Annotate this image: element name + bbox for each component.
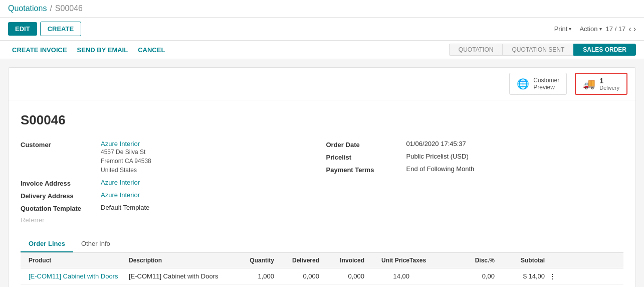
delivery-label: Delivery xyxy=(599,85,619,91)
card-body: S00046 Customer Azure Interior 4557 De S… xyxy=(9,100,635,287)
form-left: Customer Azure Interior 4557 De Silva St… xyxy=(21,140,318,228)
row-subtotal: $ 14,00 xyxy=(495,272,545,280)
form-grid: Customer Azure Interior 4557 De Silva St… xyxy=(21,140,623,228)
invoice-address-label: Invoice Address xyxy=(21,179,101,187)
col-actions xyxy=(545,257,560,264)
status-bar: QUOTATION QUOTATION SENT SALES ORDER xyxy=(449,44,636,56)
payment-terms-row: Payment Terms End of Following Month xyxy=(326,165,624,174)
invoice-address-value: Azure Interior xyxy=(101,179,140,186)
delivery-address-row: Delivery Address Azure Interior xyxy=(21,191,318,200)
tabs: Order Lines Other Info xyxy=(21,236,623,253)
toolbar: EDIT CREATE Print Action 17 / 17 ‹ › xyxy=(0,18,644,41)
action-dropdown[interactable]: Action xyxy=(579,25,601,33)
row-quantity: 1,000 xyxy=(229,272,274,280)
address-line3: United States xyxy=(101,166,151,175)
order-date-value: 01/06/2020 17:45:37 xyxy=(406,140,466,148)
delivery-address-label: Delivery Address xyxy=(21,191,101,200)
quotation-template-label: Quotation Template xyxy=(21,204,101,212)
customer-preview-button[interactable]: 🌐 CustomerPreview xyxy=(509,73,567,95)
invoice-address[interactable]: Azure Interior xyxy=(101,179,140,186)
nav-arrows: ‹ › xyxy=(628,25,636,34)
cancel-button[interactable]: CANCEL xyxy=(134,44,169,56)
col-subtotal: Subtotal xyxy=(495,257,545,264)
col-product: Product xyxy=(29,257,129,264)
row-unit-price: 14,00 xyxy=(364,272,409,280)
pagination: 17 / 17 xyxy=(606,25,626,33)
tab-order-lines[interactable]: Order Lines xyxy=(21,236,73,252)
record-card: 🌐 CustomerPreview 🚚 1 Delivery S00046 xyxy=(8,67,636,287)
form-right: Order Date 01/06/2020 17:45:37 Pricelist… xyxy=(326,140,624,228)
quotation-template-row: Quotation Template Default Template xyxy=(21,204,318,212)
row-invoiced: 0,000 xyxy=(319,272,364,280)
create-button[interactable]: CREATE xyxy=(40,22,81,36)
order-date-row: Order Date 01/06/2020 17:45:37 xyxy=(326,140,624,149)
customer-address: 4557 De Silva St Fremont CA 94538 United… xyxy=(101,148,151,175)
customer-preview-text: CustomerPreview xyxy=(533,77,559,91)
col-disc: Disc.% xyxy=(455,257,495,264)
status-quotation-sent[interactable]: QUOTATION SENT xyxy=(502,44,573,56)
globe-icon: 🌐 xyxy=(517,78,529,90)
breadcrumb: Quotations / S00046 xyxy=(8,4,83,13)
order-date-label: Order Date xyxy=(326,140,406,149)
table-header: Product Description Quantity Delivered I… xyxy=(21,253,623,268)
row-delivered: 0,000 xyxy=(274,272,319,280)
customer-value: Azure Interior 4557 De Silva St Fremont … xyxy=(101,140,151,175)
delivery-button[interactable]: 🚚 1 Delivery xyxy=(575,73,627,95)
delivery-address[interactable]: Azure Interior xyxy=(101,191,140,199)
col-taxes: Taxes xyxy=(409,257,455,264)
customer-name[interactable]: Azure Interior xyxy=(101,140,140,148)
address-line2: Fremont CA 94538 xyxy=(101,157,151,166)
delivery-count: 1 xyxy=(599,77,603,85)
top-bar: Quotations / S00046 xyxy=(0,0,644,18)
col-description: Description xyxy=(129,257,229,264)
status-quotation[interactable]: QUOTATION xyxy=(449,44,503,56)
invoice-address-row: Invoice Address Azure Interior xyxy=(21,179,318,187)
pricelist-value: Public Pricelist (USD) xyxy=(406,153,469,160)
row-disc: 0,00 xyxy=(455,272,495,280)
row-description: [E-COM11] Cabinet with Doors xyxy=(129,272,229,280)
col-delivered: Delivered xyxy=(274,257,319,264)
payment-terms-value: End of Following Month xyxy=(406,165,475,173)
col-invoiced: Invoiced xyxy=(319,257,364,264)
customer-label: Customer xyxy=(21,140,101,149)
breadcrumb-current: S00046 xyxy=(55,4,83,13)
send-by-email-button[interactable]: SEND BY EMAIL xyxy=(73,44,132,56)
quotation-template-value: Default Template xyxy=(101,204,149,211)
tab-other-info[interactable]: Other Info xyxy=(73,236,118,252)
delivery-address-value: Azure Interior xyxy=(101,191,140,199)
pricelist-row: Pricelist Public Pricelist (USD) xyxy=(326,153,624,161)
breadcrumb-separator: / xyxy=(50,4,52,13)
customer-preview-label: CustomerPreview xyxy=(533,77,559,91)
address-line1: 4557 De Silva St xyxy=(101,148,151,157)
col-unit-price: Unit Price xyxy=(364,257,409,264)
pricelist-label: Pricelist xyxy=(326,153,406,161)
edit-button[interactable]: EDIT xyxy=(8,22,37,36)
print-dropdown[interactable]: Print xyxy=(554,25,572,33)
create-invoice-button[interactable]: CREATE INVOICE xyxy=(8,44,71,56)
main-content: 🌐 CustomerPreview 🚚 1 Delivery S00046 xyxy=(0,59,644,287)
customer-row: Customer Azure Interior 4557 De Silva St… xyxy=(21,140,318,175)
order-lines-table: Product Description Quantity Delivered I… xyxy=(21,253,623,284)
payment-terms-label: Payment Terms xyxy=(326,165,406,174)
referrer-placeholder: Referrer xyxy=(21,216,45,224)
row-taxes xyxy=(409,272,455,280)
card-header: 🌐 CustomerPreview 🚚 1 Delivery xyxy=(9,68,635,100)
breadcrumb-parent[interactable]: Quotations xyxy=(8,4,47,13)
table-row: [E-COM11] Cabinet with Doors [E-COM11] C… xyxy=(21,268,623,284)
top-bar-left: Quotations / S00046 xyxy=(8,4,83,13)
row-menu[interactable]: ⋮ xyxy=(545,272,560,280)
prev-arrow[interactable]: ‹ xyxy=(628,25,631,34)
delivery-text: 1 Delivery xyxy=(599,77,619,91)
col-quantity: Quantity xyxy=(229,257,274,264)
referrer-row: Referrer xyxy=(21,216,318,224)
status-sales-order[interactable]: SALES ORDER xyxy=(573,44,636,56)
next-arrow[interactable]: › xyxy=(633,25,636,34)
row-product[interactable]: [E-COM11] Cabinet with Doors xyxy=(29,272,129,280)
record-title: S00046 xyxy=(21,112,623,128)
truck-icon: 🚚 xyxy=(583,78,595,90)
action-bar: CREATE INVOICE SEND BY EMAIL CANCEL QUOT… xyxy=(0,41,644,59)
